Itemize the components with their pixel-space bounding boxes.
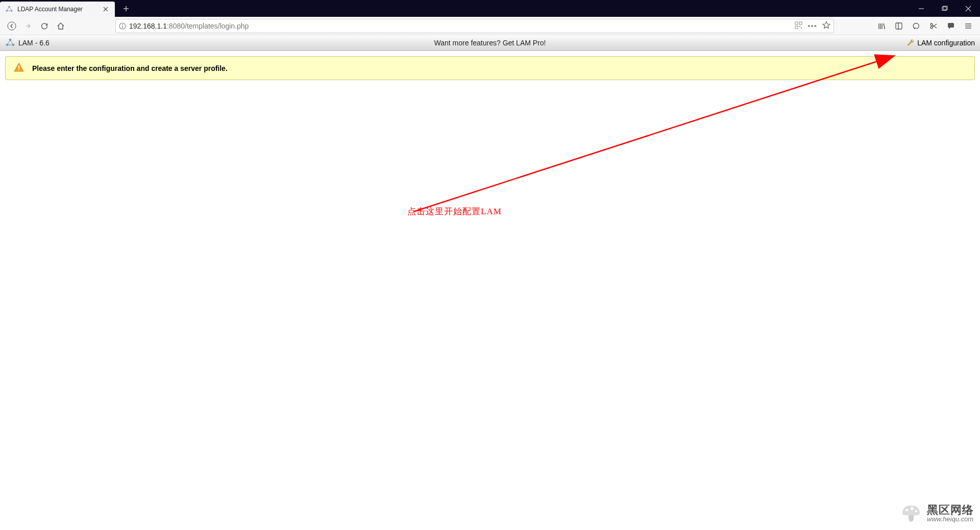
page-actions-ellipsis-icon[interactable]: •••	[807, 21, 817, 30]
svg-line-4	[9, 7, 12, 11]
watermark-mushroom-icon	[899, 501, 923, 525]
lam-header: LAM - 6.6 Want more features? Get LAM Pr…	[0, 35, 980, 51]
svg-rect-14	[795, 26, 798, 29]
window-titlebar: LDAP Account Manager	[0, 0, 980, 17]
url-bar[interactable]: 192.168.1.1:8080/templates/login.php •••	[115, 19, 834, 33]
svg-point-20	[930, 27, 933, 29]
nav-forward-button[interactable]	[20, 18, 36, 34]
lam-configuration-label: LAM configuration	[917, 39, 975, 47]
tab-favicon-icon	[5, 5, 13, 13]
lam-logo-wrap[interactable]: LAM - 6.6	[5, 38, 50, 48]
connection-info-icon[interactable]	[119, 22, 126, 30]
lam-version-label: LAM - 6.6	[18, 39, 50, 47]
toolbar-scissors-icon[interactable]	[926, 18, 941, 34]
nav-home-button[interactable]	[53, 18, 68, 34]
qr-icon[interactable]	[795, 21, 802, 31]
watermark-title: 黑区网络	[927, 504, 974, 516]
svg-point-31	[911, 507, 914, 510]
svg-rect-11	[122, 26, 122, 28]
svg-rect-17	[896, 23, 902, 29]
app-menu-icon[interactable]	[961, 18, 976, 34]
url-text: 192.168.1.1:8080/templates/login.php	[129, 22, 792, 30]
browser-tab-active[interactable]: LDAP Account Manager	[0, 2, 115, 17]
tab-close-icon[interactable]	[102, 5, 110, 13]
lam-logo-icon	[5, 38, 15, 48]
lam-pro-link[interactable]: Want more features? Get LAM Pro!	[434, 39, 546, 47]
tab-strip: LDAP Account Manager	[0, 0, 132, 17]
svg-point-10	[122, 24, 123, 25]
new-tab-button[interactable]	[120, 3, 132, 15]
url-path: :8080/templates/login.php	[167, 22, 249, 30]
browser-navbar: 192.168.1.1:8080/templates/login.php •••	[0, 17, 980, 35]
warning-alert: Please enter the configuration and creat…	[5, 56, 975, 80]
alert-area: Please enter the configuration and creat…	[0, 51, 980, 85]
tab-title: LDAP Account Manager	[17, 6, 102, 13]
svg-line-3	[7, 7, 9, 11]
sidebars-icon[interactable]	[891, 18, 906, 34]
annotation-text: 点击这里开始配置LAM	[407, 206, 502, 217]
svg-line-25	[10, 40, 13, 45]
svg-rect-15	[799, 26, 800, 27]
window-controls	[910, 0, 980, 17]
svg-point-8	[8, 22, 16, 30]
svg-rect-12	[795, 22, 798, 24]
nav-reload-button[interactable]	[37, 18, 52, 34]
bookmark-star-icon[interactable]	[822, 21, 830, 31]
watermark: 黑区网络 www.heiqu.com	[899, 501, 974, 525]
lam-configuration-link[interactable]: LAM configuration	[906, 38, 975, 48]
window-maximize-button[interactable]	[933, 0, 957, 17]
svg-rect-28	[18, 69, 19, 70]
svg-point-32	[915, 510, 918, 513]
svg-rect-13	[799, 22, 802, 24]
svg-rect-16	[801, 28, 802, 29]
window-close-button[interactable]	[957, 0, 980, 17]
window-minimize-button[interactable]	[910, 0, 933, 17]
svg-rect-27	[18, 66, 19, 69]
warning-message: Please enter the configuration and creat…	[32, 64, 228, 72]
library-icon[interactable]	[874, 18, 889, 34]
wrench-icon	[906, 38, 914, 48]
watermark-url: www.heiqu.com	[927, 516, 974, 522]
svg-point-1	[8, 6, 10, 8]
svg-point-30	[906, 509, 909, 512]
nav-back-button[interactable]	[4, 18, 19, 34]
svg-line-24	[7, 40, 10, 45]
svg-point-19	[930, 23, 933, 26]
url-host: 192.168.1.1	[129, 22, 167, 30]
toolbar-chat-icon[interactable]	[943, 18, 959, 34]
toolbar-back-icon[interactable]	[909, 18, 924, 34]
warning-icon	[14, 62, 24, 74]
